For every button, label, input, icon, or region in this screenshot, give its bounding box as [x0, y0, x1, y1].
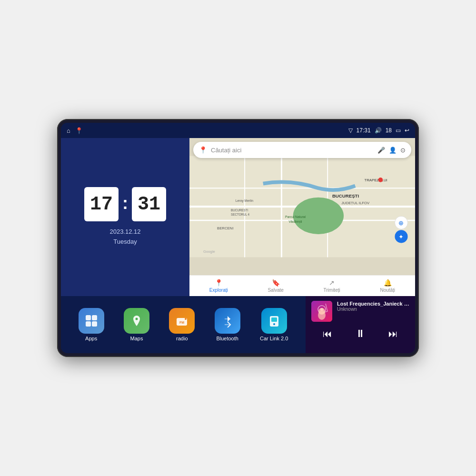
svg-point-30 [185, 318, 187, 320]
carlink-label: Car Link 2.0 [260, 336, 288, 341]
app-item-bluetooth[interactable]: Bluetooth [215, 308, 240, 341]
maps-icon [124, 308, 149, 334]
svg-rect-34 [271, 317, 277, 322]
svg-rect-25 [86, 321, 91, 327]
svg-rect-24 [92, 315, 97, 320]
map-nav-saved[interactable]: 🔖 Salvate [268, 279, 283, 293]
play-pause-button[interactable]: ⏸ [351, 326, 369, 342]
explore-label: Explorați [209, 288, 228, 293]
map-nav-news[interactable]: 🔔 Noutăți [380, 279, 395, 293]
app-item-apps[interactable]: Apps [79, 308, 104, 341]
map-search-bar[interactable]: 📍 Căutați aici 🎤 👤 ⊙ [193, 142, 411, 158]
music-title: Lost Frequencies_Janieck Devy-... [337, 301, 409, 307]
device-screen: ⌂ 📍 ▽ 17:31 🔊 18 ▭ ↩ 17 : [61, 123, 415, 353]
music-artist: Unknown [337, 307, 409, 312]
status-time: 17:31 [357, 127, 371, 134]
app-item-maps[interactable]: Maps [124, 308, 149, 341]
home-icon[interactable]: ⌂ [67, 127, 70, 134]
share-label: Trimiteți [324, 288, 340, 293]
map-search-input[interactable]: Căutați aici [211, 147, 374, 154]
layers-icon[interactable]: ⊙ [400, 147, 406, 154]
account-icon[interactable]: 👤 [389, 147, 397, 154]
music-details: Lost Frequencies_Janieck Devy-... Unknow… [337, 301, 409, 312]
main-content: 17 : 31 2023.12.12 Tuesday 📍 Căutați aic… [61, 138, 415, 353]
svg-text:⊕: ⊕ [398, 220, 404, 227]
svg-text:Parcul Natural: Parcul Natural [285, 215, 306, 218]
svg-text:FM: FM [179, 321, 184, 324]
svg-rect-26 [92, 321, 97, 327]
map-area[interactable]: BUCUREȘTI JUDEȚUL ILFOV TRAPEZULUI BERCE… [189, 138, 415, 275]
maps-shortcut-icon[interactable]: 📍 [75, 127, 83, 134]
maps-label: Maps [130, 336, 143, 341]
radio-icon: FM [169, 308, 195, 334]
music-controls: ⏮ ⏸ ⏭ [311, 326, 409, 342]
car-display-device: ⌂ 📍 ▽ 17:31 🔊 18 ▭ ↩ 17 : [57, 119, 419, 357]
music-thumbnail [311, 301, 332, 322]
bottom-section: Apps Maps [61, 296, 415, 353]
volume-icon: 🔊 [375, 127, 382, 134]
clock-colon: : [122, 193, 128, 213]
map-nav-bottom: 📍 Explorați 🔖 Salvate ↗ Trimiteți 🔔 [189, 275, 415, 296]
clock-display: 17 : 31 [84, 187, 166, 221]
music-player: Lost Frequencies_Janieck Devy-... Unknow… [306, 296, 415, 353]
battery-level: 18 [386, 127, 392, 134]
map-search-actions: 🎤 👤 ⊙ [377, 147, 406, 154]
explore-icon: 📍 [215, 279, 223, 287]
status-left: ⌂ 📍 [67, 127, 83, 134]
top-section: 17 : 31 2023.12.12 Tuesday 📍 Căutați aic… [61, 138, 415, 296]
clock-hours: 17 [84, 187, 119, 221]
clock-panel: 17 : 31 2023.12.12 Tuesday [61, 138, 189, 296]
svg-point-40 [318, 308, 325, 315]
app-item-radio[interactable]: FM radio [169, 308, 195, 341]
clock-date: 2023.12.12 Tuesday [109, 227, 140, 247]
next-button[interactable]: ⏭ [385, 327, 402, 341]
svg-text:BERCENI: BERCENI [217, 226, 233, 230]
google-maps-icon: 📍 [199, 146, 207, 154]
svg-text:BUCUREȘTI: BUCUREȘTI [332, 193, 359, 198]
apps-icon [79, 308, 104, 334]
status-right: ▽ 17:31 🔊 18 ▭ ↩ [348, 127, 409, 134]
svg-text:BUCUREȘTI: BUCUREȘTI [231, 208, 248, 212]
svg-text:JUDEȚUL ILFOV: JUDEȚUL ILFOV [341, 201, 370, 205]
clock-minutes: 31 [132, 187, 166, 221]
map-svg: BUCUREȘTI JUDEȚUL ILFOV TRAPEZULUI BERCE… [189, 138, 415, 275]
bluetooth-label: Bluetooth [216, 336, 238, 341]
svg-text:Google: Google [203, 249, 215, 254]
status-bar: ⌂ 📍 ▽ 17:31 🔊 18 ▭ ↩ [61, 123, 415, 138]
apps-dock: Apps Maps [61, 296, 306, 353]
saved-icon: 🔖 [272, 279, 280, 287]
radio-label: radio [176, 336, 188, 341]
svg-point-27 [135, 318, 138, 320]
svg-rect-23 [86, 315, 91, 320]
prev-button[interactable]: ⏮ [319, 327, 336, 341]
bluetooth-icon [215, 308, 240, 334]
battery-icon: ▭ [396, 127, 401, 134]
carlink-icon [261, 308, 287, 334]
svg-text:TRAPEZULUI: TRAPEZULUI [365, 178, 387, 182]
map-nav-share[interactable]: ↗ Trimiteți [324, 279, 340, 293]
svg-point-18 [378, 178, 383, 182]
svg-text:✦: ✦ [398, 234, 404, 240]
map-panel[interactable]: 📍 Căutați aici 🎤 👤 ⊙ [189, 138, 415, 296]
music-info: Lost Frequencies_Janieck Devy-... Unknow… [311, 301, 409, 322]
news-icon: 🔔 [384, 279, 392, 287]
share-icon: ↗ [329, 279, 335, 287]
signal-icon: ▽ [348, 127, 353, 134]
svg-text:Leroy Merlin: Leroy Merlin [236, 199, 253, 203]
svg-text:SECTORUL 4: SECTORUL 4 [231, 213, 250, 216]
svg-text:Văcărești: Văcărești [288, 220, 302, 224]
back-icon[interactable]: ↩ [405, 127, 409, 134]
app-item-carlink[interactable]: Car Link 2.0 [260, 308, 288, 341]
svg-point-35 [273, 323, 275, 325]
news-label: Noutăți [380, 288, 395, 293]
apps-label: Apps [85, 336, 97, 341]
mic-icon[interactable]: 🎤 [377, 147, 385, 154]
saved-label: Salvate [268, 288, 283, 293]
map-nav-explore[interactable]: 📍 Explorați [209, 279, 228, 293]
